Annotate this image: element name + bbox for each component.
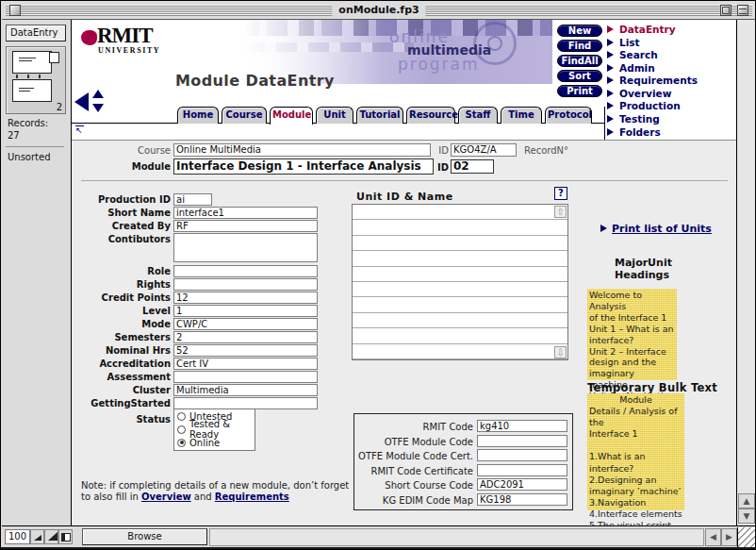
new-button[interactable]: New (557, 25, 602, 37)
title-bar[interactable]: onModule.fp3 (2, 1, 756, 20)
tab-staff[interactable]: Staff (458, 107, 498, 124)
unit-row[interactable] (353, 313, 567, 328)
level-field[interactable]: 1 (173, 305, 318, 317)
requirements-link[interactable]: Requirements (215, 492, 289, 502)
find-button[interactable]: Find (557, 40, 602, 52)
otfe-module-code-cert-field[interactable] (477, 449, 567, 461)
credit-points-field[interactable]: 12 (173, 292, 318, 304)
print-list-of-units-link[interactable]: Print list of Units (600, 223, 712, 235)
cluster-field[interactable]: Multimedia (173, 384, 318, 396)
scroll-to-top-icon[interactable]: ↖ (75, 125, 84, 134)
rights-field[interactable] (173, 278, 318, 291)
note-text: Note: if completing details of a new mod… (81, 480, 381, 503)
zoom-box-icon[interactable] (720, 5, 731, 16)
scrollbar-left-icon[interactable]: ◀ (705, 528, 721, 546)
unit-row[interactable] (353, 282, 567, 297)
tab-unit[interactable]: Unit (316, 107, 353, 124)
temporary-bulk-text-label: Temporary Bulk Text (587, 381, 717, 394)
scrollbar-up-icon[interactable]: ▲ (738, 493, 755, 508)
tab-strip: Home Course Module Unit Tutorial Resourc… (177, 107, 595, 124)
rmit-logo-subtitle: UNIVERSITY (98, 46, 160, 55)
field-label: Level (72, 306, 171, 316)
resize-grip-icon[interactable] (737, 527, 756, 548)
module-field[interactable]: Interface Design 1 - Interface Analysis (173, 158, 434, 175)
production-id-field[interactable]: ai (173, 193, 212, 206)
nav-item-folders[interactable]: Folders (607, 126, 661, 139)
record-down-arrow-icon[interactable] (92, 104, 104, 112)
otfe-module-code-field[interactable] (477, 435, 567, 447)
nav-item-testing[interactable]: Testing (607, 113, 660, 125)
sort-button[interactable]: Sort (557, 70, 602, 82)
overview-link[interactable]: Overview (141, 492, 191, 502)
role-field[interactable] (173, 265, 318, 277)
tab-protocol[interactable]: Protocol (545, 107, 592, 124)
tab-resource[interactable]: Resource (406, 107, 455, 124)
nav-item-admin[interactable]: Admin (607, 62, 655, 75)
nominal-hrs-field[interactable]: 52 (173, 344, 318, 357)
record-up-arrow-icon[interactable] (92, 90, 104, 98)
unit-row[interactable] (353, 328, 567, 343)
vertical-scrollbar[interactable]: ▲ ▼ (736, 20, 755, 525)
help-button[interactable]: ? (554, 187, 567, 200)
majorunit-headings-field[interactable]: Welcome to Analysis of the Interface 1 U… (587, 289, 677, 380)
mode-popup[interactable]: Browse (82, 528, 207, 545)
short-name-field[interactable]: interface1 (173, 207, 318, 219)
nav-item-dataentry[interactable]: DataEntry (607, 24, 676, 36)
tab-time[interactable]: Time (501, 107, 542, 124)
toggle-status-area-icon[interactable] (58, 529, 73, 544)
semesters-field[interactable]: 2 (173, 331, 318, 343)
accreditation-field[interactable]: Cert IV (173, 358, 318, 370)
unit-row[interactable] (353, 297, 567, 312)
unit-row[interactable] (353, 205, 567, 220)
nav-item-overview[interactable]: Overview (607, 88, 671, 100)
module-id-field[interactable]: 02 (451, 159, 494, 174)
horizontal-scrollbar[interactable] (209, 528, 704, 546)
tab-home[interactable]: Home (177, 107, 219, 124)
assessment-field[interactable] (173, 371, 318, 383)
arrow-right-icon (600, 225, 607, 232)
layout-popup[interactable]: DataEntry (6, 25, 66, 42)
scrollbar-right-icon[interactable]: ▶ (721, 528, 737, 546)
unit-row[interactable] (353, 344, 567, 359)
unit-row[interactable] (353, 267, 567, 282)
unit-row[interactable] (353, 251, 567, 266)
rmit-code-certificate-field[interactable] (477, 464, 567, 476)
nav-item-production[interactable]: Production (607, 100, 681, 112)
temporary-bulk-text-field[interactable]: ModuleDetails / Analysis of the Interfac… (587, 393, 684, 510)
findall-button[interactable]: FindAll (557, 55, 602, 67)
field-label: Role (72, 266, 171, 276)
print-button[interactable]: Print (557, 85, 602, 97)
field-label: Short Name (72, 208, 171, 218)
zoom-percentage[interactable]: 100 (5, 529, 30, 544)
rmit-code-field[interactable]: kg410 (477, 420, 567, 432)
zoom-out-icon[interactable] (30, 529, 44, 544)
close-box-icon[interactable] (9, 5, 21, 16)
unit-row[interactable] (353, 220, 567, 235)
zoom-in-icon[interactable] (44, 529, 58, 544)
previous-record-arrow-icon[interactable] (74, 92, 89, 111)
course-id-field[interactable]: KGO4Z/A (451, 143, 517, 157)
short-course-code-field[interactable]: ADC2091 (477, 478, 567, 491)
scroll-up-icon[interactable]: ⇧ (554, 206, 567, 218)
windowshade-box-icon[interactable] (737, 5, 748, 16)
record-book-icon[interactable]: 2 (6, 46, 66, 114)
tab-course[interactable]: Course (222, 107, 267, 124)
nav-item-requirements[interactable]: Requirements (607, 75, 698, 87)
status-bar: 100 Browse ◀ ▶ (2, 525, 755, 547)
book-page-top[interactable] (12, 51, 52, 74)
nav-item-list[interactable]: List (607, 37, 640, 49)
kg-edim-code-map-field[interactable]: KG198 (477, 493, 567, 506)
radio-tested-ready[interactable]: Tested & Ready (174, 423, 255, 436)
scrollbar-down-icon[interactable]: ▼ (738, 508, 755, 524)
tab-module[interactable]: Module (270, 107, 313, 125)
course-field[interactable]: Online MultiMedia (173, 143, 431, 157)
mode-field[interactable]: CWP/C (173, 318, 318, 330)
created-by-field[interactable]: RF (173, 220, 318, 232)
nav-label: Production (619, 100, 681, 111)
tab-tutorial[interactable]: Tutorial (356, 107, 403, 124)
book-page-bottom[interactable] (12, 79, 52, 102)
contributors-field[interactable] (173, 233, 318, 262)
unit-row[interactable] (353, 236, 567, 251)
nav-item-search[interactable]: Search (607, 49, 658, 61)
scroll-down-icon[interactable]: ⇩ (554, 346, 567, 358)
